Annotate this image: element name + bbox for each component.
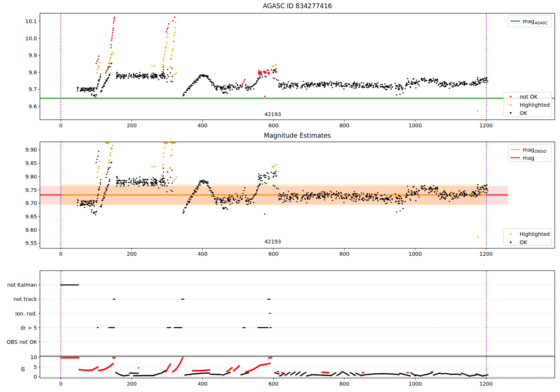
legend-mag-agasc: magAGASC bbox=[508, 15, 552, 27]
dr-tick-label: 0 bbox=[34, 374, 37, 380]
y-tick-label: 9.70 bbox=[25, 200, 37, 206]
y-tick-label: 9.90 bbox=[25, 147, 37, 153]
flag-row-label: Ion. rad. bbox=[15, 311, 37, 317]
x-tick-label: 1200 bbox=[479, 251, 493, 257]
y-tick-label: 9.75 bbox=[25, 187, 37, 193]
y-tick-label: 9.9 bbox=[29, 52, 37, 58]
dr-tick-label: 5 bbox=[34, 364, 37, 370]
x-tick-label: 400 bbox=[197, 122, 208, 128]
x-tick-label: 1000 bbox=[408, 381, 422, 387]
x-tick-label: 0 bbox=[59, 251, 63, 257]
legend-label: Highlighted bbox=[520, 102, 550, 108]
matplotlib-figure: 0200400600800100012009.69.79.89.910.010.… bbox=[0, 0, 560, 392]
x-tick-label: 200 bbox=[127, 251, 137, 257]
flag-row-label: OBS not OK bbox=[7, 339, 37, 345]
legend-point-categories: HighlightedOK bbox=[504, 228, 552, 245]
y-tick-label: 9.8 bbox=[29, 69, 37, 75]
y-tick-label: 9.7 bbox=[29, 86, 37, 92]
top-chart-title: AGASC ID 834277416 bbox=[263, 2, 332, 10]
x-tick-label: 600 bbox=[268, 381, 279, 387]
x-tick-label: 1000 bbox=[408, 122, 422, 128]
x-tick-label: 600 bbox=[268, 122, 279, 128]
y-tick-label: 9.65 bbox=[25, 214, 37, 220]
figure-canvas: 0200400600800100012009.69.79.89.910.010.… bbox=[0, 0, 560, 392]
x-tick-label: 400 bbox=[197, 251, 208, 257]
y-tick-label: 9.80 bbox=[25, 174, 37, 180]
x-tick-label: 800 bbox=[339, 381, 349, 387]
legend-label: OK bbox=[520, 110, 528, 116]
y-tick-label: 10.0 bbox=[25, 35, 37, 41]
flag-row-label: dr > 5 bbox=[21, 325, 37, 331]
legend-label: OK bbox=[520, 239, 528, 245]
x-tick-label: 1200 bbox=[479, 381, 493, 387]
obsid-annotation: 42193 bbox=[264, 111, 281, 117]
y-tick-label: 9.6 bbox=[29, 103, 37, 109]
x-tick-label: 200 bbox=[127, 381, 137, 387]
x-tick-label: 0 bbox=[59, 122, 63, 128]
legend-mag-lines: magOBSIDmag bbox=[508, 144, 552, 162]
x-tick-label: 800 bbox=[339, 122, 349, 128]
dr-axis-label: dr bbox=[20, 366, 26, 372]
legend-label: not OK bbox=[520, 94, 538, 100]
legend-label: mag bbox=[523, 155, 534, 161]
legend-point-categories: not OKHighlightedOK bbox=[504, 92, 552, 117]
y-tick-label: 9.55 bbox=[25, 240, 37, 246]
obsid-annotation: 42193 bbox=[264, 239, 281, 245]
dr-tick-label: 10 bbox=[30, 354, 37, 360]
x-tick-label: 1200 bbox=[479, 122, 493, 128]
x-tick-label: 1000 bbox=[408, 251, 422, 257]
y-tick-label: 10.1 bbox=[25, 18, 37, 24]
y-tick-label: 9.60 bbox=[25, 227, 37, 233]
x-tick-label: 0 bbox=[59, 381, 63, 387]
middle-chart-title: Magnitude Estimates bbox=[264, 132, 331, 139]
y-tick-label: 9.85 bbox=[25, 160, 37, 166]
flag-row-label: not track bbox=[13, 296, 37, 302]
x-tick-label: 200 bbox=[127, 122, 137, 128]
x-tick-label: 800 bbox=[339, 251, 349, 257]
x-tick-label: 400 bbox=[197, 381, 208, 387]
flag-row-label: not Kalman bbox=[7, 282, 37, 288]
x-tick-label: 600 bbox=[268, 251, 279, 257]
legend-label: Highlighted bbox=[520, 231, 550, 237]
